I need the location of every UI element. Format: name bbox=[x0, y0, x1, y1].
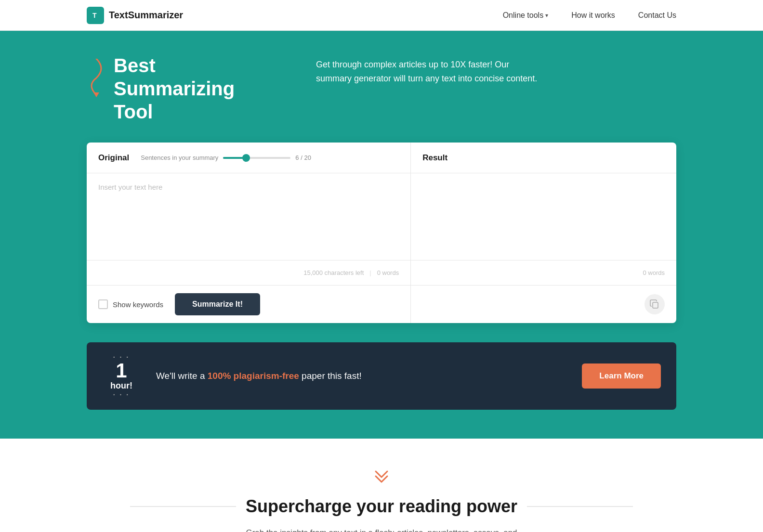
left-panel-footer: 15,000 characters left | 0 words bbox=[87, 260, 410, 285]
promo-banner: · · · 1 hour! · · · We'll write a 100% p… bbox=[87, 342, 676, 410]
promo-text: We'll write a 100% plagiarism-free paper… bbox=[156, 369, 566, 383]
tool-card: Original Sentences in your summary 6 / 2… bbox=[87, 143, 676, 323]
logo-text: TextSummarizer bbox=[109, 10, 183, 21]
original-label: Original bbox=[98, 153, 129, 163]
slider-value: 6 / 20 bbox=[295, 154, 311, 161]
checkbox-box[interactable] bbox=[98, 299, 108, 309]
nav-contact-us[interactable]: Contact Us bbox=[638, 11, 676, 20]
svg-rect-3 bbox=[653, 302, 658, 308]
hero-description: Get through complex articles up to 10X f… bbox=[316, 54, 538, 86]
slider-label: Sentences in your summary bbox=[141, 154, 218, 161]
slider-track[interactable] bbox=[223, 157, 290, 159]
char-count: 15,000 characters left bbox=[303, 269, 364, 276]
hero-title: Best Summarizing Tool bbox=[114, 54, 277, 123]
word-count-left: 0 words bbox=[377, 269, 399, 276]
actions-left: Show keywords Summarize It! bbox=[87, 285, 411, 323]
promo-icon: · · · 1 hour! · · · bbox=[102, 354, 141, 398]
actions-right bbox=[411, 285, 676, 323]
svg-marker-2 bbox=[93, 92, 99, 97]
section-title: Supercharge your reading power bbox=[87, 496, 676, 517]
summarize-button[interactable]: Summarize It! bbox=[175, 293, 260, 315]
right-panel-header: Result bbox=[411, 143, 676, 173]
show-keywords-checkbox[interactable]: Show keywords bbox=[98, 299, 163, 309]
logo-icon: T bbox=[87, 7, 104, 24]
chevron-down-icon: ▾ bbox=[545, 12, 548, 19]
slider-fill bbox=[223, 157, 243, 159]
textarea-placeholder: Insert your text here bbox=[98, 183, 162, 191]
word-count-right: 0 words bbox=[643, 269, 665, 276]
result-textarea-area bbox=[411, 173, 676, 260]
input-textarea-area[interactable]: Insert your text here bbox=[87, 173, 410, 260]
result-label: Result bbox=[422, 153, 447, 163]
logo[interactable]: T TextSummarizer bbox=[87, 7, 183, 24]
promo-bold-text: 100% plagiarism-free bbox=[208, 371, 299, 381]
nav-links: Online tools ▾ How it works Contact Us bbox=[503, 11, 676, 20]
actions-row: Show keywords Summarize It! bbox=[87, 285, 676, 323]
double-chevron-icon bbox=[87, 467, 676, 489]
nav-online-tools[interactable]: Online tools ▾ bbox=[503, 11, 549, 20]
right-panel-footer: 0 words bbox=[411, 260, 676, 285]
show-keywords-label: Show keywords bbox=[113, 300, 163, 309]
svg-text:T: T bbox=[92, 12, 97, 19]
hero-section: Best Summarizing Tool Get through comple… bbox=[0, 31, 763, 152]
title-line-left bbox=[130, 506, 236, 507]
slider-thumb bbox=[242, 154, 250, 162]
learn-more-button[interactable]: Learn More bbox=[582, 363, 661, 389]
slider-section[interactable]: Sentences in your summary 6 / 20 bbox=[141, 154, 311, 161]
section-description: Grab the insights from any text in a fla… bbox=[237, 526, 526, 532]
arrow-icon bbox=[87, 59, 106, 101]
below-section: Supercharge your reading power Grab the … bbox=[0, 439, 763, 532]
left-panel-header: Original Sentences in your summary 6 / 2… bbox=[87, 143, 410, 173]
navbar: T TextSummarizer Online tools ▾ How it w… bbox=[0, 0, 763, 31]
copy-button[interactable] bbox=[645, 294, 665, 314]
title-line-right bbox=[527, 506, 633, 507]
nav-how-it-works[interactable]: How it works bbox=[571, 11, 615, 20]
